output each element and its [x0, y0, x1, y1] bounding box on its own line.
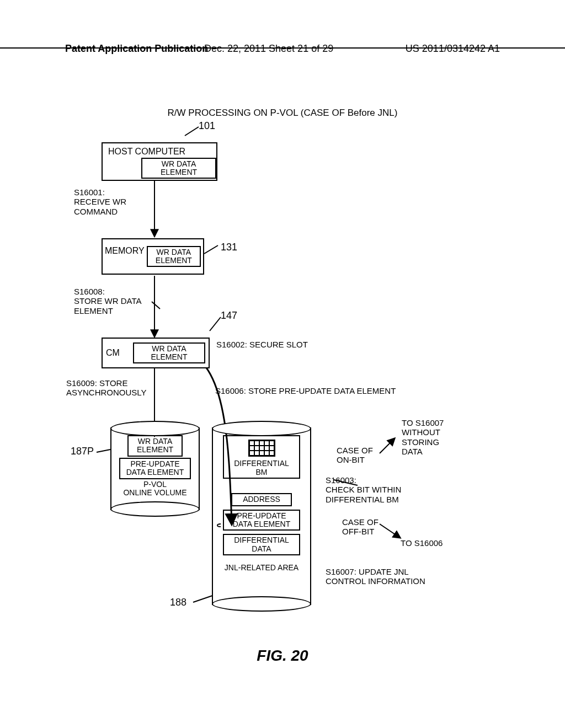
host-label: HOST COMPUTER [103, 147, 185, 157]
svg-line-9 [380, 438, 395, 453]
svg-line-5 [210, 317, 221, 331]
jnl-area-label: JNL-RELATED AREA [225, 563, 299, 572]
header-left: Patent Application Publication [65, 43, 208, 55]
diff-data-box: DIFFERENTIAL DATA [223, 534, 300, 555]
address-box: ADDRESS [231, 493, 292, 506]
step-s16008: S16008: STORE WR DATA ELEMENT [74, 287, 142, 315]
wr-data-memory: WR DATA ELEMENT [147, 246, 201, 267]
svg-line-10 [380, 524, 400, 538]
svg-line-6 [97, 449, 110, 452]
ref-188: 188 [170, 597, 186, 608]
step-s16002: S16002: SECURE SLOT [216, 340, 308, 349]
cm-label: CM [106, 348, 120, 358]
to-s16007: TO S16007 WITHOUT STORING DATA [402, 418, 444, 456]
case-on: CASE OF ON-BIT [337, 446, 373, 465]
header-right: US 2011/0314242 A1 [406, 43, 500, 55]
memory-label: MEMORY [105, 246, 145, 256]
cm-box: CM WR DATA ELEMENT [102, 338, 210, 368]
wr-data-host: WR DATA ELEMENT [141, 158, 216, 179]
pvol-wr-data: WR DATA ELEMENT [127, 435, 183, 457]
step-s16007: S16007: UPDATE JNL CONTROL INFORMATION [326, 567, 425, 586]
svg-line-8 [152, 302, 160, 309]
ref-147: 147 [221, 310, 237, 322]
figure-label: FIG. 20 [0, 647, 565, 665]
ref-131: 131 [221, 242, 237, 253]
case-off: CASE OF OFF-BIT [342, 517, 379, 537]
pvol-cylinder: WR DATA ELEMENT PRE-UPDATE DATA ELEMENT … [110, 427, 200, 510]
page-header: Patent Application Publication Dec. 22, … [0, 43, 565, 49]
svg-line-4 [204, 245, 218, 254]
wr-data-cm: WR DATA ELEMENT [133, 342, 205, 364]
memory-box: MEMORY WR DATA ELEMENT [102, 238, 204, 275]
diagram-title: R/W PROCESSING ON P-VOL (CASE OF Before … [0, 108, 565, 119]
ref-187p: 187P [71, 446, 94, 457]
preupdate-box2: PRE-UPDATE DATA ELEMENT [223, 510, 300, 531]
header-center: Dec. 22, 2011 Sheet 21 of 29 [204, 43, 333, 55]
ref-101: 101 [199, 120, 215, 132]
diff-bm-box: DIFFERENTIAL BM [223, 435, 300, 479]
jnl-cylinder: DIFFERENTIAL BM ADDRESS PRE-UPDATE DATA … [212, 427, 311, 605]
pvol-name: P-VOL ONLINE VOLUME [123, 480, 186, 497]
step-s16001: S16001: RECEIVE WR COMMAND [74, 188, 126, 216]
to-s16006: TO S16006 [401, 538, 443, 548]
svg-line-7 [193, 596, 212, 602]
grid-icon [248, 440, 275, 457]
pvol-preupdate: PRE-UPDATE DATA ELEMENT [119, 458, 191, 479]
step-s16003: S16003: CHECK BIT WITHIN DIFFERENTIAL BM [326, 475, 401, 504]
diff-bm-label: DIFFERENTIAL BM [226, 459, 297, 477]
host-computer-box: HOST COMPUTER WR DATA ELEMENT [102, 142, 217, 181]
svg-line-3 [185, 127, 199, 136]
step-s16009: S16009: STORE ASYNCHRONOUSLY [66, 378, 147, 398]
step-s16006: S16006: STORE PRE-UPDATE DATA ELEMENT [215, 386, 396, 395]
